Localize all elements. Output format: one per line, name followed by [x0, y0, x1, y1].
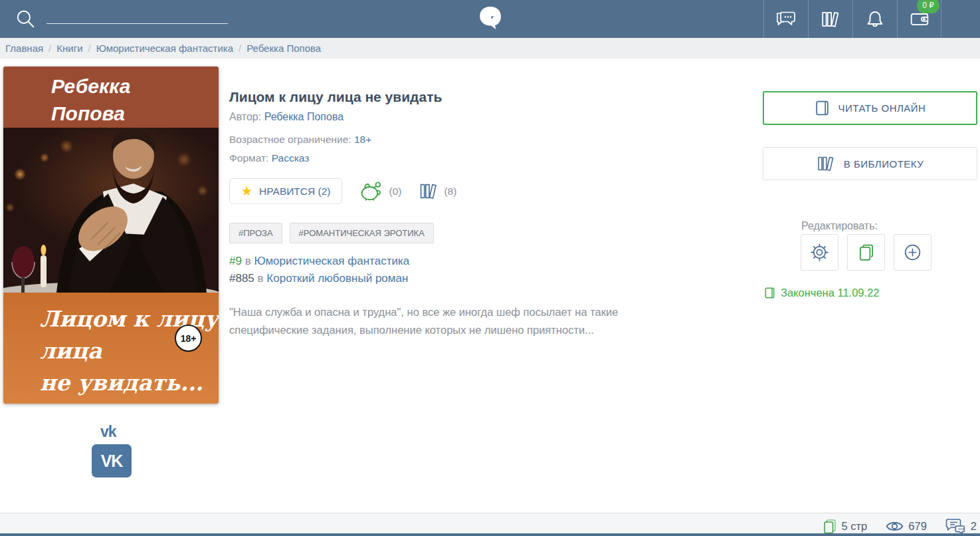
libraries-count: (8) [444, 186, 456, 198]
top-navbar: 0 ₽ [0, 0, 980, 38]
tag-romantic-erotica[interactable]: #РОМАНТИЧЕСКАЯ ЭРОТИКА [290, 223, 434, 243]
rank-line-2: #885 в Короткий любовный роман [229, 272, 408, 285]
format-line: Формат: Рассказ [229, 152, 309, 164]
reward-count: (0) [389, 186, 401, 198]
messages-button[interactable] [763, 0, 808, 38]
rank-2-prep: в [258, 272, 264, 285]
star-icon: ★ [241, 185, 252, 198]
read-online-button[interactable]: ЧИТАТЬ ОНЛАЙН [763, 91, 977, 125]
piggy-bank-icon [359, 181, 383, 201]
rank-line-1: #9 в Юмористическая фантастика [229, 255, 409, 268]
settings-button[interactable] [801, 234, 838, 271]
breadcrumb-separator: / [239, 43, 241, 54]
book-icon [815, 100, 830, 116]
stats-row: 5 стр 679 2 [823, 517, 977, 535]
comments-stat-text: 2 [971, 520, 977, 533]
views-stat: 679 [886, 520, 927, 533]
add-chapter-button[interactable] [894, 234, 931, 271]
age-restriction-value: 18+ [354, 134, 371, 145]
like-button[interactable]: ★ НРАВИТСЯ (2) [229, 178, 342, 204]
cover-photo [3, 128, 219, 293]
comments-stat[interactable]: 2 [945, 517, 977, 535]
pages-stat-text: 5 стр [842, 520, 868, 533]
format-link[interactable]: Рассказ [272, 152, 310, 164]
completion-status-text: Закончена 11.09.22 [781, 287, 879, 299]
age-restriction-label: Возрастное ограничение: [229, 134, 351, 145]
wallet-balance-badge[interactable]: 0 ₽ [917, 0, 939, 13]
breadcrumb-author[interactable]: Ребекка Попова [246, 43, 321, 54]
author-label: Автор: [229, 111, 261, 122]
page: 0 ₽ Главная / Книги / Юмористическая фан… [0, 0, 980, 536]
cover-author-line1: Ребекка [51, 73, 219, 100]
reactions-row: ★ НРАВИТСЯ (2) (0) (8) [229, 178, 456, 204]
cover-author-band: Ребекка Попова [3, 67, 219, 128]
notifications-button[interactable] [852, 0, 897, 38]
breadcrumb-separator: / [88, 43, 91, 54]
tag-proza[interactable]: #ПРОЗА [229, 223, 282, 243]
search-icon[interactable] [15, 8, 36, 32]
header-icon-group: 0 ₽ [763, 0, 941, 38]
vk-share-wordmark[interactable]: vk [100, 423, 116, 441]
age-restriction-line: Возрастное ограничение: 18+ [229, 134, 371, 146]
comments-icon [945, 517, 966, 535]
cover-photo-illustration [3, 128, 219, 293]
tags-row: #ПРОЗА #РОМАНТИЧЕСКАЯ ЭРОТИКА [229, 223, 434, 243]
pages-copy-icon [857, 243, 876, 262]
site-logo-icon[interactable] [478, 5, 503, 33]
breadcrumb-books[interactable]: Книги [56, 43, 82, 54]
libraries-stat[interactable] [419, 182, 439, 200]
bottom-section-edge [0, 533, 980, 536]
edit-chapters-button[interactable] [847, 234, 885, 271]
rank-1-genre-link[interactable]: Юмористическая фантастика [254, 255, 409, 267]
book-icon [764, 287, 775, 299]
cover-author-line2: Попова [51, 100, 219, 128]
add-to-library-label: В БИБЛИОТЕКУ [844, 158, 924, 170]
breadcrumb-home[interactable]: Главная [5, 43, 43, 54]
book-description: "Наша служба и опасна и трудна", но все … [229, 303, 688, 338]
edit-section-label: Редактировать: [801, 220, 878, 232]
views-stat-text: 679 [908, 520, 927, 533]
vk-share-button[interactable]: VK [92, 444, 132, 477]
completion-status: Закончена 11.09.22 [764, 287, 879, 299]
books-icon [817, 155, 835, 172]
age-rating-badge: 18+ [175, 325, 202, 352]
pages-stat: 5 стр [823, 519, 868, 535]
author-line: Автор: Ребекка Попова [229, 111, 343, 123]
search-input[interactable] [47, 7, 228, 24]
wallet-button[interactable]: 0 ₽ [897, 0, 941, 38]
books-icon [419, 182, 439, 200]
pages-icon [823, 519, 837, 535]
plus-circle-icon [903, 243, 922, 262]
edit-buttons-row [801, 234, 931, 271]
breadcrumb-genre[interactable]: Юмористическая фантастика [96, 43, 233, 54]
book-cover[interactable]: Ребекка Попова [3, 67, 219, 404]
rank-1-prep: в [245, 255, 251, 267]
author-link[interactable]: Ребекка Попова [264, 111, 343, 122]
breadcrumb: Главная / Книги / Юмористическая фантаст… [0, 38, 980, 59]
like-button-label: НРАВИТСЯ (2) [259, 186, 330, 198]
library-button[interactable] [808, 0, 852, 38]
rank-2-genre-link[interactable]: Короткий любовный роман [266, 272, 408, 285]
rank-1-number: #9 [229, 255, 242, 267]
read-online-label: ЧИТАТЬ ОНЛАЙН [838, 102, 926, 114]
page-title: Лицом к лицу лица не увидать [229, 89, 442, 105]
format-label: Формат: [229, 152, 268, 164]
rank-2-number: #885 [229, 272, 254, 285]
cover-title-line3: не увидать... [40, 367, 219, 399]
breadcrumb-separator: / [49, 43, 51, 54]
gear-icon [810, 243, 829, 262]
add-to-library-button[interactable]: В БИБЛИОТЕКУ [763, 147, 977, 180]
eye-icon [886, 520, 904, 533]
reward-button[interactable] [359, 181, 383, 201]
